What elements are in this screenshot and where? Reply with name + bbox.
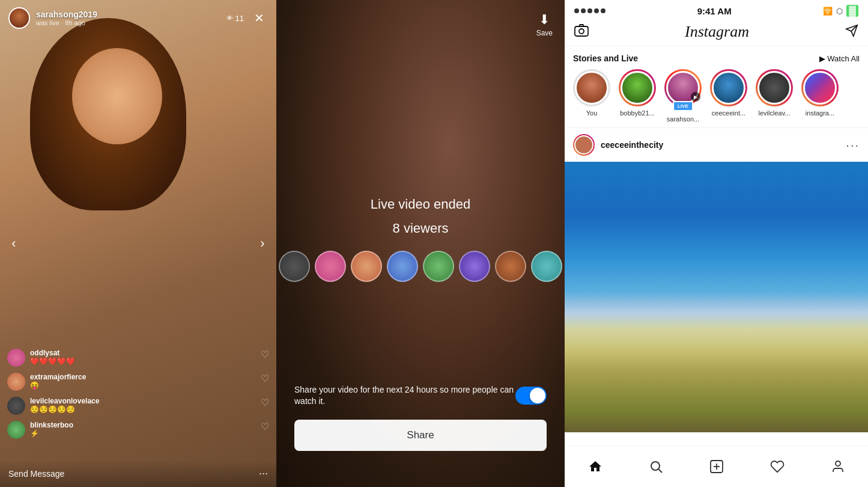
- heart-button[interactable]: ♡: [256, 421, 269, 432]
- ended-center-content: Live video ended 8 viewers: [279, 197, 562, 282]
- share-toggle[interactable]: [515, 387, 547, 405]
- likes-nav-button[interactable]: [763, 452, 792, 481]
- share-section: Share your video for the next 24 hours s…: [294, 384, 547, 451]
- story-name: instagra...: [806, 109, 834, 117]
- camera-icon[interactable]: [574, 23, 589, 40]
- live-comments: oddlysat ❤️❤️❤️❤️❤️ ♡ extramajorfierce 😝…: [0, 349, 276, 445]
- story-item-ceeceeint[interactable]: ceeceeint...: [710, 69, 747, 123]
- eye-icon: 👁: [226, 14, 233, 22]
- save-label: Save: [536, 29, 553, 37]
- battery-icon: ▓: [846, 5, 858, 17]
- home-nav-button[interactable]: [581, 452, 610, 481]
- story-avatar: [757, 71, 791, 105]
- profile-nav-button[interactable]: [824, 452, 852, 481]
- commenter-name: levilcleavonlovelace: [30, 397, 99, 405]
- commenter-name: extramajorfierce: [30, 373, 86, 381]
- viewer-avatar: [423, 251, 454, 282]
- bottom-navigation: [565, 446, 868, 487]
- person-face: [72, 48, 162, 144]
- comment-text: ❤️❤️❤️❤️❤️: [30, 357, 75, 366]
- share-description: Share your video for the next 24 hours s…: [294, 384, 515, 408]
- heart-button[interactable]: ♡: [256, 373, 269, 384]
- share-toggle-row: Share your video for the next 24 hours s…: [294, 384, 547, 408]
- instagram-feed-panel: 9:41 AM 🛜 ⬡ ▓ Instagram Stories and Live: [565, 0, 868, 487]
- post-image: [565, 162, 868, 432]
- post-author-avatar: [574, 135, 593, 155]
- toggle-knob: [530, 388, 545, 403]
- stories-section: Stories and Live ▶ Watch All You bobbyb2…: [565, 46, 868, 128]
- watch-all-button[interactable]: ▶ Watch All: [819, 54, 860, 63]
- live-viewer-count: 👁 11: [226, 14, 244, 23]
- viewer-avatar: [387, 251, 418, 282]
- story-name: sarahson...: [667, 115, 699, 123]
- live-bottom-bar: Send Message ···: [0, 460, 276, 487]
- story-item-sarahson[interactable]: LIVE ▶ sarahson...: [664, 69, 702, 123]
- commenter-name: oddlysat: [30, 349, 75, 357]
- stories-header: Stories and Live ▶ Watch All: [565, 54, 868, 69]
- more-options-button[interactable]: ···: [259, 467, 268, 480]
- viewer-avatar: [315, 251, 346, 282]
- viewer-avatar: [351, 251, 382, 282]
- close-button[interactable]: ✕: [250, 9, 268, 27]
- svg-point-2: [651, 462, 660, 470]
- story-avatar: [621, 71, 654, 105]
- save-button[interactable]: ⬇ Save: [536, 12, 553, 37]
- post-author-username: ceeceeinthecity: [601, 140, 846, 150]
- comment-row: levilcleavonlovelace 😌😌😌😌😌 ♡: [7, 397, 269, 415]
- send-message-label[interactable]: Send Message: [8, 469, 259, 479]
- svg-line-3: [658, 470, 662, 473]
- post-more-options-button[interactable]: ···: [846, 138, 860, 152]
- live-host-info: sarahsong2019 was live · 8h ago: [36, 10, 226, 26]
- viewers-count: 8 viewers: [279, 221, 562, 236]
- story-item-levilcleav[interactable]: levilcleav...: [756, 69, 793, 123]
- story-name: levilcleav...: [759, 109, 791, 117]
- viewer-avatar: [279, 251, 310, 282]
- svg-point-7: [836, 461, 840, 466]
- story-ring-live: LIVE ▶: [664, 69, 702, 106]
- status-icons: 🛜 ⬡ ▓: [823, 5, 858, 17]
- signal-dot: [594, 8, 599, 13]
- story-name: ceeceeint...: [712, 109, 745, 117]
- signal-dot: [574, 8, 579, 13]
- commenter-name: blinksterboo: [30, 421, 73, 429]
- story-item-instagram[interactable]: instagra...: [801, 69, 839, 123]
- heart-button[interactable]: ♡: [256, 349, 269, 360]
- story-next-button[interactable]: ›: [253, 234, 272, 253]
- comment-body: blinksterboo ⚡: [30, 421, 73, 438]
- add-post-button[interactable]: [702, 452, 731, 481]
- story-item-you[interactable]: You: [573, 69, 610, 123]
- comment-body: oddlysat ❤️❤️❤️❤️❤️: [30, 349, 75, 366]
- live-status-text: was live · 8h ago: [36, 19, 226, 26]
- story-ring: [801, 69, 839, 106]
- wifi-icon: 🛜: [823, 7, 833, 16]
- live-host-avatar: [8, 7, 30, 29]
- commenter-avatar: [7, 397, 25, 415]
- viewer-avatar: [459, 251, 490, 282]
- live-story-panel: sarahsong2019 was live · 8h ago 👁 11 ✕ ‹…: [0, 0, 276, 487]
- story-ring: [619, 69, 656, 106]
- post-author-avatar-ring: [573, 134, 595, 156]
- live-top-bar: sarahsong2019 was live · 8h ago 👁 11 ✕: [0, 0, 276, 36]
- story-ring: [573, 69, 610, 106]
- instagram-logo: Instagram: [685, 23, 749, 41]
- live-host-username: sarahsong2019: [36, 10, 226, 19]
- stories-row: You bobbyb21... LIVE ▶ sarahson...: [565, 69, 868, 123]
- story-ring: [756, 69, 793, 106]
- direct-message-icon[interactable]: [845, 24, 858, 40]
- comment-text: 😝: [30, 381, 86, 390]
- status-bar: 9:41 AM 🛜 ⬡ ▓: [565, 0, 868, 19]
- comment-body: extramajorfierce 😝: [30, 373, 86, 390]
- story-prev-button[interactable]: ‹: [5, 234, 23, 253]
- signal-dot: [581, 8, 586, 13]
- signal-dot: [587, 8, 592, 13]
- viewer-avatar: [495, 251, 526, 282]
- heart-button[interactable]: ♡: [256, 397, 269, 408]
- save-icon: ⬇: [539, 12, 550, 28]
- search-nav-button[interactable]: [642, 452, 670, 481]
- story-item-bobbyb21[interactable]: bobbyb21...: [619, 69, 656, 123]
- commenter-avatar: [7, 349, 25, 367]
- bluetooth-icon: ⬡: [836, 7, 843, 16]
- share-button[interactable]: Share: [294, 420, 547, 451]
- stories-label: Stories and Live: [573, 54, 638, 63]
- story-name: bobbyb21...: [620, 109, 655, 117]
